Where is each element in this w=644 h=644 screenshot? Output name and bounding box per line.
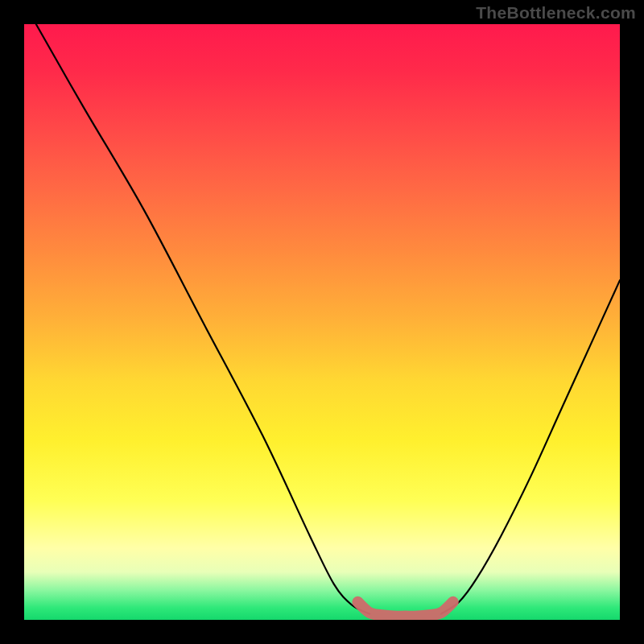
chart-frame: TheBottleneck.com — [0, 0, 644, 644]
plot-area — [24, 24, 620, 620]
series-bottom-highlight — [357, 602, 452, 617]
series-left-branch — [36, 24, 369, 614]
series-right-branch — [441, 280, 620, 613]
watermark-text: TheBottleneck.com — [476, 3, 636, 23]
curve-layer — [24, 24, 620, 620]
